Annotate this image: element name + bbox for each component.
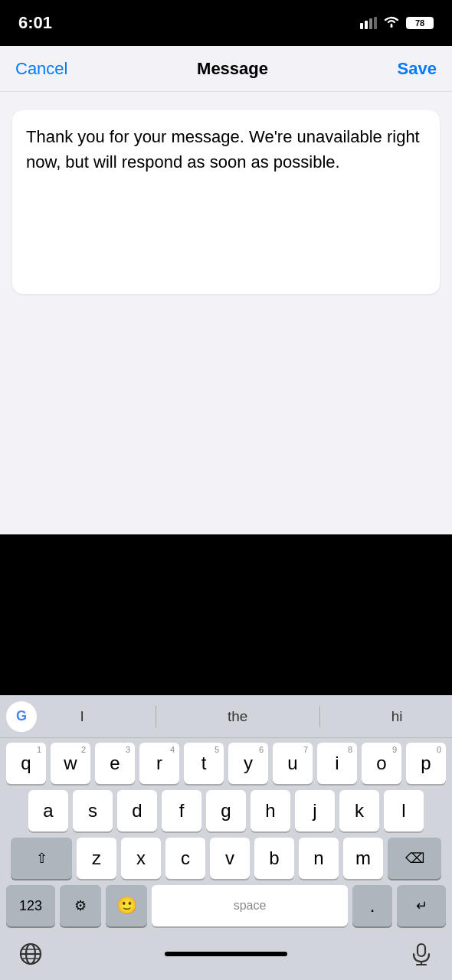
page-title: Message	[197, 59, 268, 79]
svg-rect-1	[365, 21, 368, 29]
emoji-key[interactable]: 🙂	[106, 885, 147, 926]
key-y[interactable]: 6 y	[228, 743, 268, 784]
key-r[interactable]: 4 r	[139, 743, 179, 784]
numbers-key[interactable]: 123	[6, 885, 55, 926]
key-n[interactable]: n	[299, 838, 339, 879]
cancel-button[interactable]: Cancel	[15, 59, 67, 79]
nav-bar: Cancel Message Save	[0, 46, 452, 92]
svg-rect-0	[360, 23, 363, 29]
status-icons: 78	[360, 15, 434, 31]
key-row-bottom: 123 ⚙ 🙂 space . ↵	[3, 885, 449, 926]
text-card	[12, 110, 440, 294]
return-key[interactable]: ↵	[397, 885, 446, 926]
key-t[interactable]: 5 t	[184, 743, 224, 784]
key-m[interactable]: m	[343, 838, 383, 879]
key-row-3: ⇧ z x c v b n m ⌫	[3, 838, 449, 879]
key-s[interactable]: s	[73, 790, 113, 831]
key-g[interactable]: g	[206, 790, 246, 831]
predictive-word-1[interactable]: I	[65, 708, 100, 725]
svg-rect-10	[418, 944, 425, 956]
gear-key[interactable]: ⚙	[60, 885, 101, 926]
key-a[interactable]: a	[28, 790, 68, 831]
backspace-key[interactable]: ⌫	[388, 838, 441, 879]
keyboard-keys: 1 q 2 w 3 e 4 r 5 t 6 y	[0, 738, 452, 936]
key-o[interactable]: 9 o	[362, 743, 401, 784]
predictive-word-2[interactable]: the	[212, 708, 263, 725]
key-j[interactable]: j	[295, 790, 335, 831]
google-icon: G	[6, 701, 37, 732]
home-indicator	[165, 952, 287, 956]
key-k[interactable]: k	[339, 790, 379, 831]
kb-icons-row	[0, 936, 452, 980]
key-row-2: a s d f g h j k l	[3, 790, 449, 831]
status-time: 6:01	[18, 13, 52, 33]
key-w[interactable]: 2 w	[51, 743, 90, 784]
predictive-left: G	[6, 701, 37, 732]
svg-rect-2	[369, 18, 372, 29]
key-i[interactable]: 8 i	[317, 743, 357, 784]
content-spacer	[0, 312, 452, 534]
battery-icon: 78	[406, 17, 434, 29]
key-x[interactable]: x	[121, 838, 161, 879]
key-f[interactable]: f	[162, 790, 201, 831]
signal-icon	[360, 17, 377, 29]
keyboard-container: G I the hi 1 q 2 w 3 e	[0, 695, 452, 980]
shift-key[interactable]: ⇧	[11, 838, 72, 879]
svg-rect-3	[374, 17, 377, 29]
key-v[interactable]: v	[210, 838, 250, 879]
wifi-icon	[383, 15, 400, 31]
key-row-1: 1 q 2 w 3 e 4 r 5 t 6 y	[3, 743, 449, 784]
svg-point-4	[391, 25, 393, 28]
key-p[interactable]: 0 p	[406, 743, 446, 784]
predictive-word-3[interactable]: hi	[376, 708, 418, 725]
key-d[interactable]: d	[117, 790, 157, 831]
predictive-divider-2	[319, 706, 320, 727]
save-button[interactable]: Save	[398, 59, 437, 79]
period-key[interactable]: .	[352, 885, 392, 926]
predictive-bar: G I the hi	[0, 695, 452, 738]
key-h[interactable]: h	[251, 790, 290, 831]
key-l[interactable]: l	[384, 790, 424, 831]
mic-button[interactable]	[409, 942, 434, 969]
key-b[interactable]: b	[254, 838, 294, 879]
status-bar: 6:01 78	[0, 0, 452, 46]
key-e[interactable]: 3 e	[95, 743, 135, 784]
key-q[interactable]: 1 q	[6, 743, 46, 784]
key-u[interactable]: 7 u	[273, 743, 313, 784]
message-textarea[interactable]	[26, 124, 426, 277]
main-content	[0, 92, 452, 312]
predictive-words: I the hi	[37, 706, 446, 727]
predictive-divider-1	[156, 706, 156, 727]
key-c[interactable]: c	[165, 838, 205, 879]
key-z[interactable]: z	[77, 838, 116, 879]
globe-button[interactable]	[18, 942, 43, 969]
space-key[interactable]: space	[152, 885, 348, 926]
